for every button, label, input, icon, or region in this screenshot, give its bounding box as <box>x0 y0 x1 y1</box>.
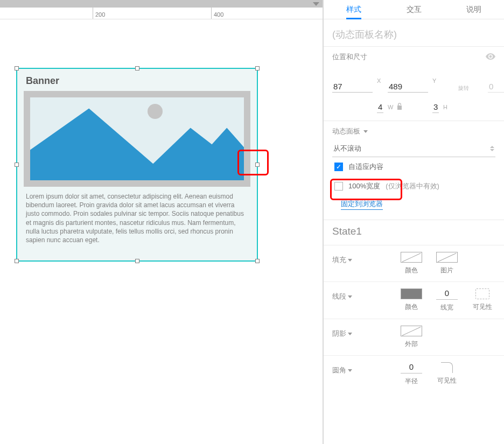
width-input[interactable] <box>377 101 383 113</box>
line-visibility-label: 可见性 <box>473 302 492 312</box>
line-visibility-icon[interactable] <box>475 288 489 299</box>
tab-style[interactable]: 样式 <box>324 0 384 19</box>
fit-content-checkbox[interactable]: ✓ 自适应内容 <box>332 157 495 177</box>
corner-visibility-label: 可见性 <box>437 376 457 385</box>
full-width-label: 100%宽度 <box>348 181 380 191</box>
resize-handle-s[interactable] <box>135 259 139 263</box>
fill-header[interactable]: 填充 <box>332 252 361 265</box>
image-mountains-shape <box>30 97 244 180</box>
toolbar-dropdown-icon[interactable] <box>313 2 319 6</box>
corner-header[interactable]: 圆角 <box>332 362 361 375</box>
ruler-label: 400 <box>214 11 223 18</box>
section-corner: 圆角 半径 可见性 <box>324 356 504 392</box>
y-label: Y <box>432 77 439 84</box>
full-width-checkbox[interactable]: 100%宽度 (仅浏览器中有效) <box>332 177 495 196</box>
widget-name-input[interactable]: (动态面板名称) <box>332 25 495 43</box>
position-size-title: 位置和尺寸 <box>332 52 367 62</box>
x-label: X <box>377 77 383 84</box>
checkbox-icon <box>334 182 343 191</box>
line-header[interactable]: 线段 <box>332 288 361 301</box>
shadow-header[interactable]: 阴影 <box>332 326 361 339</box>
corner-radius-label: 半径 <box>405 377 418 386</box>
resize-handle-sw[interactable] <box>15 259 19 263</box>
section-widget-name: (动态面板名称) <box>324 19 504 47</box>
fill-color-label: 颜色 <box>405 266 418 275</box>
scroll-behavior-value: 从不滚动 <box>333 144 361 153</box>
fill-image-swatch[interactable] <box>436 252 458 263</box>
chevron-down-icon <box>348 295 352 298</box>
fill-image-label: 图片 <box>440 266 453 275</box>
rotation-label: 旋转 <box>443 84 484 93</box>
x-input[interactable] <box>332 81 373 93</box>
shadow-outer-swatch[interactable] <box>401 326 422 336</box>
resize-handle-ne[interactable] <box>255 66 260 71</box>
resize-handle-n[interactable] <box>135 66 139 71</box>
banner-widget: Banner Lorem ipsum dolor sit amet, conse… <box>17 69 257 260</box>
inspector-tabs: 样式 交互 说明 <box>324 0 504 19</box>
pin-to-browser-link[interactable]: 固定到浏览器 <box>341 199 383 210</box>
checkbox-checked-icon: ✓ <box>334 163 343 171</box>
resize-handle-se[interactable] <box>255 259 260 263</box>
chevron-down-icon <box>363 130 368 133</box>
selected-widget[interactable]: Banner Lorem ipsum dolor sit amet, conse… <box>16 68 258 262</box>
w-label: W <box>388 104 393 110</box>
corner-visibility-icon[interactable] <box>441 362 453 373</box>
lock-aspect-icon[interactable] <box>396 103 403 111</box>
dynpanel-header[interactable]: 动态面板 <box>332 126 495 140</box>
rotation-input[interactable] <box>488 81 504 93</box>
ruler-label: 200 <box>95 11 105 18</box>
banner-image-placeholder <box>24 91 250 187</box>
chevron-down-icon <box>348 369 352 372</box>
section-fill: 填充 颜色 图片 <box>324 245 504 282</box>
select-stepper-icon <box>490 146 494 151</box>
tab-notes[interactable]: 说明 <box>444 0 504 19</box>
section-dynamic-panel: 动态面板 从不滚动 ✓ 自适应内容 100%宽度 (仅浏览器中有效) 固定到浏览… <box>324 121 504 220</box>
inspector-panel: 样式 交互 说明 (动态面板名称) 位置和尺寸 X Y <box>323 0 504 444</box>
banner-lorem-text: Lorem ipsum dolor sit amet, consectetur … <box>24 187 250 244</box>
h-label: H <box>443 104 484 111</box>
line-color-label: 颜色 <box>405 302 418 312</box>
fit-content-label: 自适应内容 <box>348 162 383 172</box>
section-state-name: State1 <box>324 220 504 245</box>
visibility-toggle-icon[interactable] <box>486 53 495 61</box>
height-input[interactable] <box>432 101 439 113</box>
horizontal-ruler: 200 400 <box>0 8 323 19</box>
scroll-behavior-select[interactable]: 从不滚动 <box>332 140 495 157</box>
y-input[interactable] <box>388 81 428 93</box>
line-color-swatch[interactable] <box>401 288 422 299</box>
corner-radius-input[interactable] <box>401 362 422 373</box>
section-shadow: 阴影 外部 <box>324 319 504 356</box>
section-line: 线段 颜色 线宽 可见性 <box>324 282 504 319</box>
chevron-down-icon <box>348 259 352 262</box>
fill-color-swatch[interactable] <box>401 252 422 263</box>
line-width-label: 线宽 <box>440 303 453 312</box>
canvas-area[interactable]: 200 400 Banner <box>0 0 323 444</box>
tab-interaction[interactable]: 交互 <box>384 0 444 19</box>
shadow-outer-label: 外部 <box>405 340 418 349</box>
resize-handle-w[interactable] <box>15 163 19 167</box>
svg-marker-0 <box>30 109 244 180</box>
full-width-note: (仅浏览器中有效) <box>386 181 439 191</box>
canvas-toolbar <box>0 0 323 8</box>
banner-title: Banner <box>24 72 250 91</box>
line-width-input[interactable] <box>436 288 458 300</box>
section-position-size: 位置和尺寸 X Y ° W <box>324 47 504 121</box>
resize-handle-e[interactable] <box>255 163 260 167</box>
state-name[interactable]: State1 <box>332 225 495 237</box>
chevron-down-icon <box>348 333 352 335</box>
resize-handle-nw[interactable] <box>15 66 19 71</box>
